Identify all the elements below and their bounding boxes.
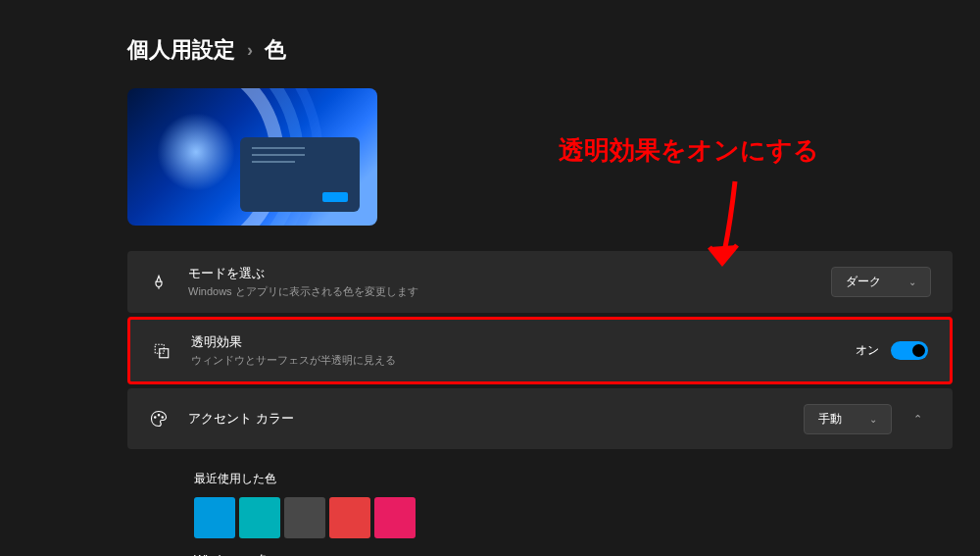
chevron-right-icon: ›	[247, 40, 253, 61]
transparency-desc: ウィンドウとサーフェスが半透明に見える	[191, 353, 836, 368]
transparency-toggle[interactable]	[891, 341, 928, 360]
expand-button[interactable]: ⌃	[904, 405, 931, 432]
color-swatch[interactable]	[239, 497, 280, 538]
palette-icon	[149, 409, 169, 429]
recent-colors-grid	[194, 497, 931, 538]
breadcrumb-current: 色	[265, 35, 286, 65]
arrow-icon	[706, 177, 764, 275]
accent-title: アクセント カラー	[188, 410, 784, 428]
recent-colors-label: 最近使用した色	[194, 471, 931, 487]
preview-window	[240, 137, 360, 212]
mode-setting-row[interactable]: モードを選ぶ Windows とアプリに表示される色を変更します ダーク ⌄	[127, 251, 953, 313]
svg-point-3	[158, 415, 160, 417]
transparency-icon	[152, 341, 172, 361]
brush-icon	[149, 273, 169, 292]
theme-preview	[127, 88, 377, 226]
breadcrumb: 個人用設定 › 色	[127, 35, 953, 65]
toggle-state-label: オン	[856, 342, 879, 359]
chevron-up-icon: ⌃	[913, 413, 922, 426]
accent-setting-row[interactable]: アクセント カラー 手動 ⌄ ⌃	[127, 388, 953, 449]
transparency-title: 透明効果	[191, 333, 836, 351]
svg-point-4	[162, 417, 164, 419]
windows-colors-label: Windows の色	[194, 552, 931, 556]
svg-point-2	[155, 417, 157, 419]
mode-desc: Windows とアプリに表示される色を変更します	[188, 284, 811, 299]
accent-dropdown[interactable]: 手動 ⌄	[804, 404, 892, 434]
color-swatch[interactable]	[329, 497, 370, 538]
color-swatch[interactable]	[374, 497, 416, 538]
annotation-text: 透明効果をオンにする	[559, 133, 819, 168]
transparency-setting-row[interactable]: 透明効果 ウィンドウとサーフェスが半透明に見える オン	[127, 317, 953, 384]
breadcrumb-parent[interactable]: 個人用設定	[127, 35, 235, 65]
chevron-down-icon: ⌄	[869, 414, 877, 425]
color-swatch[interactable]	[284, 497, 325, 538]
mode-dropdown[interactable]: ダーク ⌄	[831, 267, 931, 297]
color-swatch[interactable]	[194, 497, 235, 538]
chevron-down-icon: ⌄	[908, 277, 916, 287]
